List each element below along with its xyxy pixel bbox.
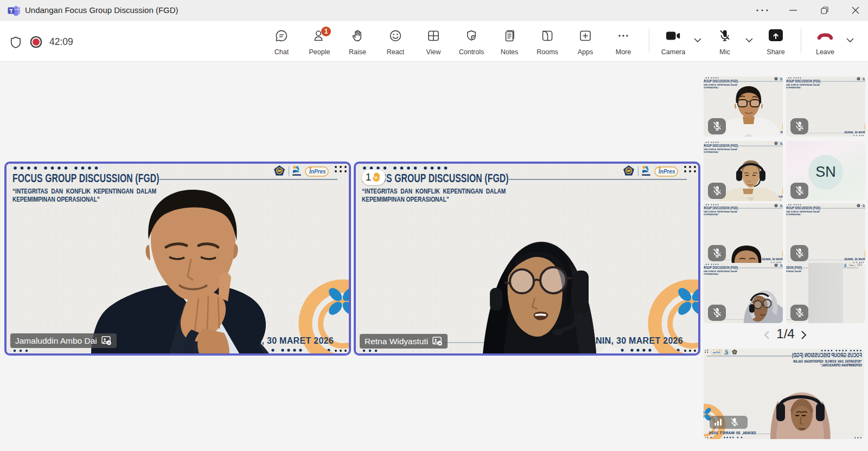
svg-text:InPres: InPres	[850, 265, 855, 267]
